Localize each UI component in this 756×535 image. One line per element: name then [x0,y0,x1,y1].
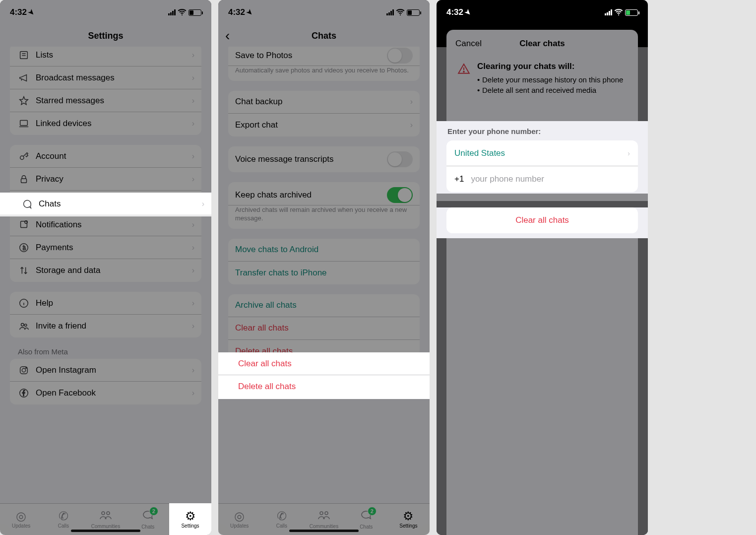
keep-archived-switch[interactable] [387,187,413,203]
facebook-icon [17,388,31,399]
home-indicator[interactable] [289,530,359,532]
chats-navbar: ‹ Chats [218,25,430,47]
row-privacy[interactable]: Privacy › [10,168,201,191]
row-broadcast[interactable]: Broadcast messages › [10,67,201,89]
tab-settings[interactable]: ⚙Settings [387,504,430,535]
calls-icon: ✆ [277,510,287,522]
currency-icon [17,242,31,253]
row-help[interactable]: Help › [10,292,201,315]
row-starred[interactable]: Starred messages › [10,89,201,112]
status-bar: 4:32 ➤ [437,0,648,25]
row-voice-transcripts[interactable]: Voice message transcripts [228,146,420,172]
lock-icon [17,174,31,185]
home-indicator[interactable] [71,530,140,532]
row-clear-all[interactable]: Clear all chats [228,317,420,340]
voice-transcripts-switch[interactable] [387,151,413,167]
chevron-right-icon: › [192,220,194,229]
row-save-to-photos[interactable]: Save to Photos [228,47,420,66]
highlight-chats-row: Chats › [0,193,211,216]
chat-icon [20,199,34,209]
chevron-right-icon: › [192,366,194,375]
settings-tab-icon: ⚙ [403,510,414,522]
chats-badge: 2 [149,507,158,516]
tab-updates[interactable]: ◎Updates [0,504,42,535]
svg-point-14 [21,324,24,327]
svg-point-17 [22,368,25,372]
archive-group: Keep chats archived Archived chats will … [228,182,420,229]
updates-icon: ◎ [16,510,26,522]
also-from-meta-heading: Also from Meta [0,347,211,359]
row-chat-backup[interactable]: Chat backup › [228,91,420,114]
chevron-right-icon: › [410,121,413,130]
row-move-android[interactable]: Move chats to Android [228,239,420,262]
tab-updates[interactable]: ◎Updates [218,504,260,535]
cancel-button[interactable]: Cancel [455,39,482,49]
location-icon: ➤ [27,7,37,17]
save-to-photos-switch[interactable] [387,48,413,64]
settings-navbar: Settings [0,25,211,47]
chevron-right-icon: › [192,119,194,128]
row-account[interactable]: Account › [10,145,201,168]
svg-point-21 [107,512,110,515]
svg-point-15 [24,324,27,327]
chevron-right-icon: › [628,149,630,157]
save-to-photos-subtitle: Automatically save photos and videos you… [228,66,420,81]
svg-point-25 [463,71,464,72]
row-open-facebook[interactable]: Open Facebook › [10,382,201,404]
status-bar: 4:32 ➤ [0,0,211,25]
row-lists[interactable]: Lists › [10,47,201,67]
svg-rect-4 [20,121,28,126]
storage-icon [17,265,31,276]
voice-group: Voice message transcripts [228,146,420,172]
calls-icon: ✆ [59,510,68,522]
svg-point-18 [26,367,27,368]
row-clear-all-highlighted[interactable]: Clear all chats [218,352,430,375]
warning-block: Clearing your chats will: Delete your me… [446,58,638,105]
svg-point-20 [102,512,105,515]
row-archive-all[interactable]: Archive all chats [228,294,420,317]
row-notifications[interactable]: Notifications › [10,213,201,236]
row-export-chat[interactable]: Export chat › [228,114,420,136]
wifi-icon [614,7,623,18]
svg-marker-3 [20,96,28,104]
svg-rect-8 [21,221,27,227]
save-to-photos-group: Save to Photos Automatically save photos… [228,47,420,81]
row-keep-archived[interactable]: Keep chats archived [228,182,420,205]
signal-icon [605,9,612,15]
key-icon [17,151,31,162]
laptop-icon [17,118,31,129]
clear-all-chats-button[interactable]: Clear all chats [446,207,638,233]
highlight-clear-delete: Clear all chats Delete all chats [218,352,430,399]
location-icon: ➤ [245,7,255,17]
chevron-right-icon: › [192,266,194,275]
phone-placeholder: your phone number [471,174,544,184]
svg-rect-7 [21,179,27,183]
back-button[interactable]: ‹ [225,28,230,44]
row-transfer-iphone[interactable]: Transfer chats to iPhone [228,262,420,284]
screenshot-settings: 4:32 ➤ Settings Lists › [0,0,211,535]
row-invite-friend[interactable]: Invite a friend › [10,315,201,337]
svg-point-6 [20,156,24,159]
chevron-right-icon: › [192,299,194,308]
row-chats-highlighted[interactable]: Chats › [0,193,211,215]
battery-icon [189,9,201,16]
tab-settings-highlighted[interactable]: ⚙Settings [169,503,211,535]
row-linked-devices[interactable]: Linked devices › [10,112,201,135]
backup-group: Chat backup › Export chat › [228,91,420,136]
settings-group-meta: Open Instagram › Open Facebook › [10,359,201,404]
megaphone-icon [17,72,31,83]
phone-number-row[interactable]: +1 your phone number [446,166,638,192]
star-icon [17,95,31,106]
status-bar: 4:32 ➤ [218,0,430,25]
row-delete-all-highlighted[interactable]: Delete all chats [218,375,430,398]
screenshot-chats-settings: 4:32 ➤ ‹ Chats Save to Photos Automatica… [218,0,430,535]
info-icon [17,298,31,309]
enter-phone-label: Enter your phone number: [437,121,648,140]
sheet-navbar: Cancel Clear chats [446,30,638,58]
move-group: Move chats to Android Transfer chats to … [228,239,420,284]
row-open-instagram[interactable]: Open Instagram › [10,359,201,382]
row-storage[interactable]: Storage and data › [10,259,201,282]
country-picker[interactable]: United States › [446,140,638,166]
warning-heading: Clearing your chats will: [477,62,623,71]
row-payments[interactable]: Payments › [10,236,201,259]
